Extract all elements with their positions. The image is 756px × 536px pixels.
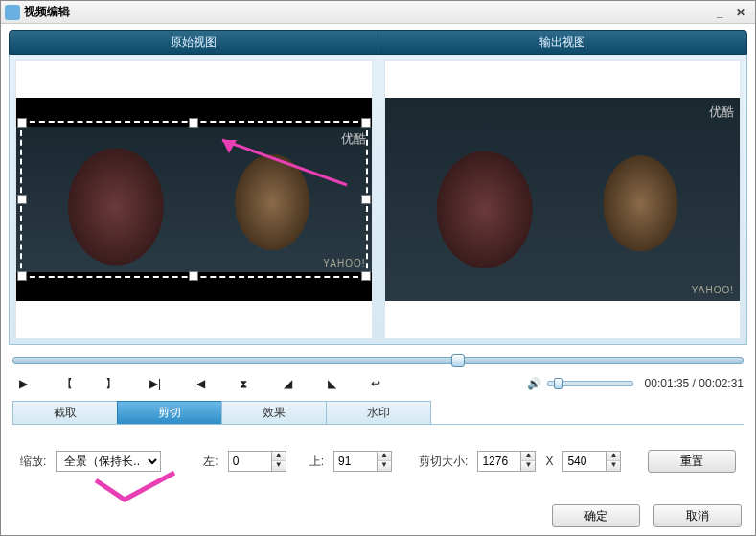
preview-area: 优酷 YAHOO! 优酷 YAHOO! xyxy=(9,55,747,345)
crop-height-input[interactable] xyxy=(562,451,607,472)
zoom-select[interactable]: 全景（保持长... xyxy=(56,451,161,472)
tab-clip[interactable]: 截取 xyxy=(12,401,118,424)
crop-handle-tc[interactable] xyxy=(189,118,198,128)
next-frame-button[interactable]: ▶| xyxy=(145,376,166,391)
reset-button[interactable]: 重置 xyxy=(648,450,736,473)
output-view: 优酷 YAHOO! xyxy=(384,60,742,338)
crop-x-label: X xyxy=(545,454,553,468)
play-button[interactable]: ▶ xyxy=(12,376,34,391)
cancel-button[interactable]: 取消 xyxy=(653,504,742,527)
croph-down[interactable]: ▼ xyxy=(607,461,620,471)
cropw-down[interactable]: ▼ xyxy=(521,461,535,471)
app-icon xyxy=(5,5,20,20)
top-label: 上: xyxy=(309,454,324,470)
close-button[interactable]: ✕ xyxy=(730,5,751,20)
timecode: 00:01:35 / 00:02:31 xyxy=(645,377,744,390)
annotation-check-icon xyxy=(92,471,178,505)
volume-slider[interactable] xyxy=(547,381,633,386)
mark-in-button[interactable]: 【 xyxy=(57,376,78,391)
mark-out-button[interactable]: 】 xyxy=(101,376,122,391)
crop-form: 缩放: 全景（保持长... 左: ▲▼ 上: ▲▼ 剪切大小: ▲▼ X ▲▼ … xyxy=(20,450,736,473)
dialog-footer: 确定 取消 xyxy=(552,504,742,527)
crop-rectangle[interactable] xyxy=(20,121,368,278)
volume-knob[interactable] xyxy=(554,378,563,389)
top-input[interactable] xyxy=(333,451,378,472)
flip-v-button[interactable]: ◣ xyxy=(321,376,342,391)
original-video[interactable]: 优酷 YAHOO! xyxy=(16,98,372,301)
crop-handle-bc[interactable] xyxy=(189,271,198,281)
crop-handle-bl[interactable] xyxy=(17,271,27,281)
output-video: 优酷 YAHOO! xyxy=(385,98,741,301)
titlebar: 视频编辑 _ ✕ xyxy=(1,1,755,24)
prev-frame-button[interactable]: |◀ xyxy=(189,376,210,391)
tab-effect[interactable]: 效果 xyxy=(221,401,327,424)
site-watermark: 优酷 xyxy=(709,104,734,121)
playback-controls: ▶ 【 】 ▶| |◀ ⧗ ◢ ◣ ↩ 🔊 00:01:35 / 00:02:3… xyxy=(12,376,744,391)
crop-handle-tl[interactable] xyxy=(17,118,27,128)
left-input[interactable] xyxy=(228,451,272,472)
logo-watermark: YAHOO! xyxy=(692,285,734,295)
crop-handle-mr[interactable] xyxy=(361,195,371,204)
speaker-icon[interactable]: 🔊 xyxy=(527,377,541,390)
timeline-knob[interactable] xyxy=(451,354,465,367)
minimize-button[interactable]: _ xyxy=(709,5,730,20)
crop-handle-tr[interactable] xyxy=(361,118,371,128)
ok-button[interactable]: 确定 xyxy=(552,504,640,527)
window-title: 视频编辑 xyxy=(24,4,70,20)
original-view: 优酷 YAHOO! xyxy=(15,60,373,338)
cropsize-label: 剪切大小: xyxy=(419,454,468,470)
speed-button[interactable]: ⧗ xyxy=(233,376,254,391)
tab-watermark[interactable]: 水印 xyxy=(326,401,431,424)
view-header: 原始视图 输出视图 xyxy=(9,30,747,55)
undo-button[interactable]: ↩ xyxy=(365,376,386,391)
edit-tabs: 截取 剪切 效果 水印 xyxy=(12,401,744,425)
header-tab-output[interactable]: 输出视图 xyxy=(378,31,746,54)
tab-crop[interactable]: 剪切 xyxy=(117,401,222,424)
left-label: 左: xyxy=(203,454,218,470)
crop-handle-br[interactable] xyxy=(361,271,371,281)
flip-h-button[interactable]: ◢ xyxy=(277,376,298,391)
crop-width-input[interactable] xyxy=(477,451,521,472)
top-down[interactable]: ▼ xyxy=(378,461,391,471)
crop-handle-ml[interactable] xyxy=(17,195,27,204)
left-down[interactable]: ▼ xyxy=(272,461,286,471)
zoom-label: 缩放: xyxy=(20,454,46,470)
timeline-slider[interactable] xyxy=(12,357,744,364)
header-tab-original[interactable]: 原始视图 xyxy=(10,31,378,54)
